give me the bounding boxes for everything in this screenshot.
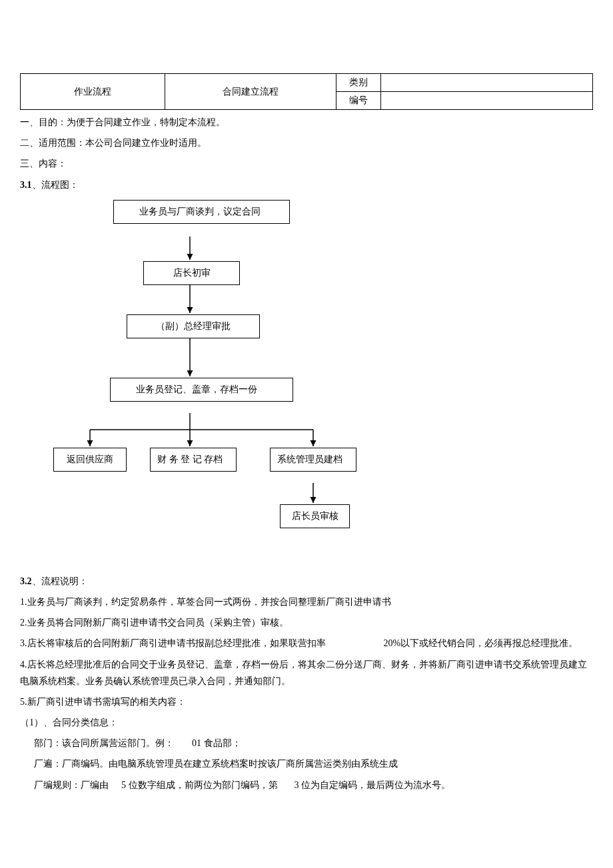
explain-p3: 3.店长将审核后的合同附新厂商引进申请书报副总经理批准，如果联营扣率 20%以下… — [20, 635, 593, 651]
flow-node-register: 业务员登记、盖章，存档一份 — [110, 378, 293, 402]
explain-p7: 部门：该合同所属营运部门。例： 01 食品部； — [20, 735, 593, 751]
explain-p9: 厂编规则：厂编由 5 位数字组成，前两位为部门编码，第 3 位为自定编码，最后两… — [20, 777, 593, 793]
flow-node-store-review: 店长初审 — [143, 261, 240, 285]
flow-node-gm-approve: （副）总经理审批 — [127, 314, 260, 338]
explain-p2: 2.业务员将合同附新厂商引进申请书交合同员（采购主管）审核。 — [20, 614, 593, 631]
flow-node-sysadmin-file: 系统管理员建档 — [270, 448, 356, 472]
explain-p3b: 20%以下或经代销合同，必须再报总经理批准。 — [384, 638, 578, 648]
explain-p7a: 部门：该合同所属营运部门。例： — [34, 738, 174, 748]
flowchart: 业务员与厂商谈判，议定合同 店长初审 （副）总经理审批 业务员登记、盖章，存档一… — [47, 200, 380, 566]
header-col2: 合同建立流程 — [165, 74, 336, 110]
explain-p5: 5.新厂商引进申请书需填写的相关内容： — [20, 693, 593, 710]
explanation-section: 3.2、流程说明： 1.业务员与厂商谈判，约定贸易条件，草签合同一式两份，并按合… — [20, 573, 593, 793]
flow-node-return-supplier: 返回供应商 — [53, 448, 127, 472]
section-31-title: 3.1、流程图： — [20, 177, 593, 193]
section-32-suffix: 、流程说明： — [32, 576, 88, 586]
section-31-prefix: 3.1 — [20, 180, 32, 190]
header-row2-label: 编号 — [336, 92, 381, 110]
header-row2-value — [381, 92, 593, 110]
section-31-suffix: 、流程图： — [32, 180, 79, 190]
intro-line1: 一、目的：为便于合同建立作业，特制定本流程。 — [20, 114, 593, 131]
flow-node-negotiate: 业务员与厂商谈判，议定合同 — [113, 200, 290, 224]
explain-p6: （1）、合同分类信息： — [20, 714, 593, 731]
explain-p3a: 3.店长将审核后的合同附新厂商引进申请书报副总经理批准，如果联营扣率 — [20, 638, 326, 648]
header-table: 作业流程 合同建立流程 类别 编号 — [20, 73, 593, 110]
intro-line3: 三、内容： — [20, 155, 593, 172]
explain-p8: 厂遍：厂商编码。由电脑系统管理员在建立系统档案时按该厂商所属营运类别由系统生成 — [20, 755, 593, 772]
header-row1-value — [381, 74, 593, 92]
explain-p9c: 3 位为自定编码，最后两位为流水号。 — [295, 780, 451, 790]
explain-p9b: 5 位数字组成，前两位为部门编码，第 — [121, 780, 278, 790]
explain-p9a: 厂编规则：厂编由 — [34, 780, 109, 790]
document-page: 作业流程 合同建立流程 类别 编号 一、目的：为便于合同建立作业，特制定本流程。… — [0, 0, 613, 817]
header-col1: 作业流程 — [21, 74, 165, 110]
intro-section: 一、目的：为便于合同建立作业，特制定本流程。 二、适用范围：本公司合同建立作业时… — [20, 114, 593, 193]
header-row1-label: 类别 — [336, 74, 381, 92]
flow-node-finance-file: 财 务 登 记 存档 — [150, 448, 237, 472]
intro-line2: 二、适用范围：本公司合同建立作业时适用。 — [20, 135, 593, 151]
explain-p1: 1.业务员与厂商谈判，约定贸易条件，草签合同一式两份，并按合同整理新厂商引进申请… — [20, 594, 593, 610]
section-32-title: 3.2、流程说明： — [20, 573, 593, 590]
explain-p4: 4.店长将总经理批准后的合同交于业务员登记、盖章，存档一份后，将其余二份分送厂商… — [20, 656, 593, 689]
flow-node-store-audit: 店长员审核 — [280, 504, 350, 528]
section-32-prefix: 3.2 — [20, 576, 32, 586]
explain-p7b: 01 食品部； — [192, 738, 241, 748]
